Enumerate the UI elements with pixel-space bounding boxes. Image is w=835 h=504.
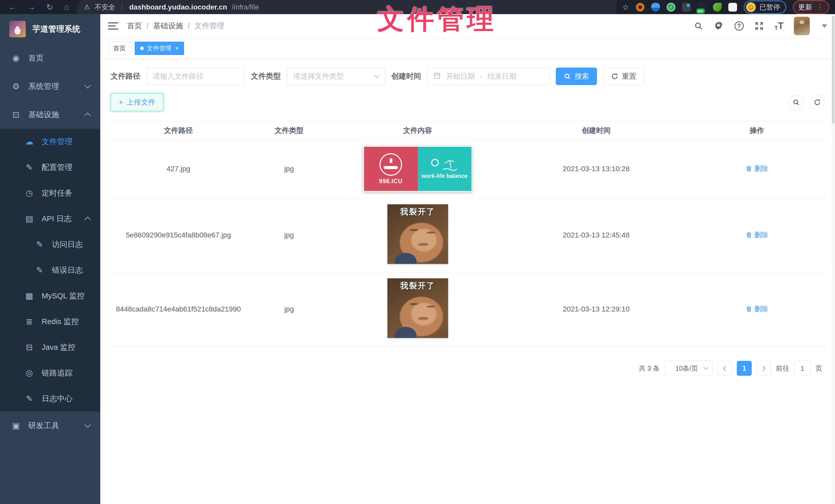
bars-extension-icon[interactable] (682, 3, 691, 12)
paused-label: 已暂停 (759, 3, 780, 12)
goto-page-input[interactable] (794, 361, 811, 376)
sidebar-item-dev-tools[interactable]: ▣ 研发工具 (0, 412, 100, 440)
address-separator (122, 3, 122, 11)
sidebar-item-config[interactable]: ✎ 配置管理 (0, 154, 100, 180)
file-type-select[interactable]: 请选择文件类型 (287, 68, 385, 85)
sidebar-item-file-management[interactable]: ☁ 文件管理 (0, 129, 100, 154)
address-bar[interactable]: ⚠ 不安全 dashboard.yudao.iocoder.cn /infra/… (77, 0, 616, 14)
sidebar-item-tracing[interactable]: ◎ 链路追踪 (0, 360, 100, 386)
refresh-table-button[interactable] (810, 95, 825, 110)
search-icon[interactable] (693, 21, 704, 31)
url-host[interactable]: dashboard.yudao.iocoder.cn (129, 3, 227, 11)
leaf-extension-icon[interactable] (713, 3, 721, 12)
security-warning-icon[interactable]: ⚠ (84, 3, 90, 11)
tag-home[interactable]: 首页 (108, 42, 131, 55)
security-label[interactable]: 不安全 (94, 3, 115, 12)
scrollbar-thumb[interactable] (832, 16, 834, 124)
close-icon[interactable]: × (175, 45, 179, 51)
sidebar-item-system[interactable]: ⚙ 系统管理 (0, 72, 100, 101)
sidebar-item-access-logs[interactable]: ✎ 访问日志 (0, 232, 100, 257)
sidebar-item-java-monitor[interactable]: ⊟ Java 监控 (0, 334, 100, 360)
sidebar-item-log-center[interactable]: ✎ 日志中心 (0, 386, 100, 412)
plus-icon: + (119, 98, 123, 106)
tag-file-management[interactable]: 文件管理 × (135, 42, 184, 55)
user-menu-caret-icon[interactable] (822, 24, 827, 28)
puzzle-extension-icon[interactable] (728, 3, 737, 12)
reload-icon[interactable]: ↻ (46, 2, 53, 12)
delete-button[interactable]: 删除 (746, 230, 768, 239)
cell-file-path: 427.jpg (110, 140, 246, 198)
sidebar-item-redis-monitor[interactable]: ≣ Redis 监控 (0, 309, 100, 334)
file-preview-image[interactable]: 我裂开了 (387, 278, 448, 338)
sidebar-item-scheduled-tasks[interactable]: ◷ 定时任务 (0, 180, 100, 206)
column-header-actions: 操作 (689, 121, 825, 140)
search-button[interactable]: 搜索 (556, 68, 597, 85)
sidebar-item-mysql-monitor[interactable]: ▦ MySQL 监控 (0, 283, 100, 309)
update-button[interactable]: 更新 ⋮ (793, 0, 829, 14)
date-start-placeholder: 开始日期 (446, 71, 475, 81)
help-icon[interactable]: ? (734, 21, 744, 30)
file-path-input[interactable] (146, 68, 245, 85)
search-icon (564, 73, 571, 80)
sidebar-item-error-logs[interactable]: ✎ 错误日志 (0, 257, 100, 283)
sidebar-item-home[interactable]: ◉ 首页 (0, 44, 100, 72)
profile-paused-pill[interactable]: ☺ 已暂停 (744, 1, 786, 14)
breadcrumb-infra[interactable]: 基础设施 (153, 21, 183, 31)
column-header-path: 文件路径 (110, 121, 246, 140)
on-extension-icon[interactable]: on (697, 3, 706, 12)
cell-file-type: jpg (246, 198, 332, 272)
cloud-upload-icon: ☁ (24, 137, 35, 147)
sidebar-item-label: 定时任务 (42, 188, 90, 198)
date-range-picker[interactable]: 开始日期 - 结束日期 (427, 68, 550, 85)
file-preview-image[interactable]: 996.ICU work-life balance (363, 146, 472, 192)
home-icon[interactable]: ⌂ (64, 2, 69, 12)
sidebar-item-label: 访问日志 (52, 239, 90, 250)
github-icon[interactable] (714, 21, 724, 31)
delete-button[interactable]: 删除 (746, 164, 768, 173)
url-path[interactable]: /infra/file (232, 3, 259, 11)
app-logo-row[interactable]: 芋道管理系统 (0, 14, 100, 44)
user-avatar[interactable] (794, 17, 810, 35)
chevron-down-icon (84, 82, 91, 88)
browser-menu-icon[interactable]: ⋮ (816, 3, 824, 12)
work-life-text: work-life balance (422, 173, 468, 180)
browser-chrome: ← → ↻ ⌂ ⚠ 不安全 dashboard.yudao.iocoder.cn… (0, 0, 835, 14)
create-time-label: 创建时间 (391, 71, 421, 82)
delete-button-label: 删除 (754, 230, 768, 239)
fullscreen-icon[interactable] (754, 21, 764, 31)
back-icon[interactable]: ← (8, 2, 17, 12)
monitor-icon: ⊟ (24, 342, 35, 352)
beach-icon (431, 158, 458, 171)
font-size-icon[interactable]: TT (775, 21, 783, 31)
bookmark-star-icon[interactable]: ☆ (622, 3, 629, 12)
column-header-content: 文件内容 (332, 121, 503, 140)
forward-icon[interactable]: → (27, 2, 36, 12)
next-page-button[interactable] (756, 361, 771, 376)
page-number-button[interactable]: 1 (737, 361, 752, 376)
sidebar-item-infra[interactable]: ⊡ 基础设施 (0, 101, 100, 129)
file-type-label: 文件类型 (251, 71, 281, 82)
infra-icon: ⊡ (10, 110, 22, 120)
cell-file-content: 我裂开了 (332, 198, 503, 272)
reset-button[interactable]: 重置 (603, 68, 644, 85)
gear-extension-icon[interactable] (636, 3, 645, 12)
calendar-icon (433, 72, 441, 81)
file-preview-image[interactable]: 我裂开了 (387, 204, 448, 264)
check-extension-icon[interactable]: ✓ (667, 3, 675, 12)
cell-file-type: jpg (246, 140, 332, 198)
blue-extension-icon[interactable] (651, 3, 660, 12)
layers-icon: ≣ (24, 317, 35, 327)
prev-page-button[interactable] (717, 361, 732, 376)
delete-button[interactable]: 删除 (746, 304, 768, 314)
breadcrumb-home[interactable]: 首页 (127, 21, 142, 31)
996icu-text: 996.ICU (379, 178, 402, 185)
total-count: 共 3 条 (639, 364, 660, 373)
page-size-select[interactable]: 10条/页 (664, 361, 713, 376)
page-scrollbar[interactable] (831, 14, 835, 504)
upload-file-button[interactable]: + 上传文件 (110, 93, 163, 111)
trash-icon (746, 306, 752, 312)
toggle-search-button[interactable] (789, 95, 803, 110)
hamburger-icon[interactable] (108, 22, 118, 29)
sidebar-item-api-logs[interactable]: ▤ API 日志 (0, 206, 100, 232)
bed-icon (380, 153, 402, 176)
